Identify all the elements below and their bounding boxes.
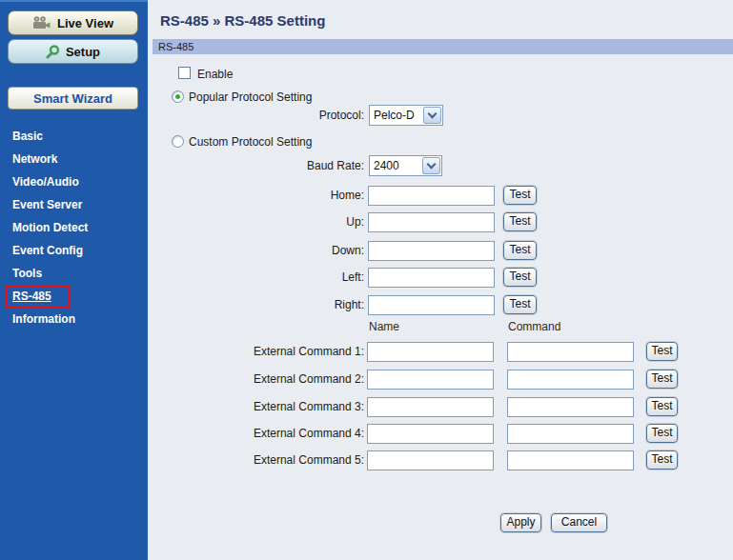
sidebar-item-basic[interactable]: Basic [0,125,148,148]
sidebar-item-video-audio[interactable]: Video/Audio [0,170,148,193]
external-command-5-name-input[interactable] [367,450,494,470]
left-input[interactable] [368,268,495,288]
down-label: Down: [186,244,364,257]
right-test-button[interactable]: Test [503,295,537,314]
page-title: RS-485 » RS-485 Setting [160,12,325,29]
chevron-down-icon [423,107,441,124]
cancel-button[interactable]: Cancel [551,513,607,532]
external-command-1-command-input[interactable] [507,342,634,362]
sidebar-item-motion-detect[interactable]: Motion Detect [0,216,148,239]
external-command-4-command-input[interactable] [507,424,634,444]
sidebar-menu: Basic Network Video/Audio Event Server M… [0,125,148,330]
sidebar-item-label: Network [12,152,57,166]
custom-protocol-radio[interactable] [172,135,184,148]
enable-checkbox[interactable] [178,67,191,79]
right-label: Right: [186,298,364,311]
protocol-select[interactable]: Pelco-D [369,105,443,126]
protocol-select-value: Pelco-D [370,106,422,125]
left-test-button[interactable]: Test [503,268,537,287]
sidebar-item-tools[interactable]: Tools [0,262,148,285]
baud-rate-label: Baud Rate: [186,159,364,172]
radio-dot [175,94,180,99]
rs485-settings-page: { "colors": { "sidebar_blue": "#1e5aa9",… [0,0,733,560]
live-view-label: Live View [57,16,113,30]
baud-rate-select[interactable]: 2400 [369,155,442,176]
command-column-header: Command [508,320,560,333]
external-command-4-label: External Command 4: [186,427,364,440]
baud-rate-select-value: 2400 [370,156,421,175]
external-command-5-command-input[interactable] [507,450,634,470]
sidebar-item-information[interactable]: Information [0,308,148,330]
live-view-button[interactable]: Live View [8,10,138,35]
sidebar-item-label: RS-485 [12,290,51,303]
sidebar-item-label: Information [12,312,75,326]
main-content: RS-485 » RS-485 Setting RS-485 Enable Po… [148,0,733,560]
sidebar-item-label: Video/Audio [12,175,79,189]
protocol-label: Protocol: [186,109,364,122]
apply-button[interactable]: Apply [500,513,541,532]
down-input[interactable] [368,241,495,261]
external-command-1-name-input[interactable] [367,342,494,362]
sidebar-item-event-server[interactable]: Event Server [0,193,148,216]
external-command-1-test-button[interactable]: Test [646,342,678,361]
camera-icon [32,16,51,30]
sidebar-item-network[interactable]: Network [0,148,148,170]
chevron-down-icon [422,157,440,174]
external-command-4-name-input[interactable] [367,424,494,444]
popular-protocol-radio[interactable] [172,90,184,103]
sidebar-item-event-config[interactable]: Event Config [0,239,148,262]
external-command-1-label: External Command 1: [186,345,364,358]
name-column-header: Name [369,320,399,333]
sidebar-item-label: Basic [12,130,43,143]
up-label: Up: [186,215,364,229]
left-label: Left: [186,270,364,284]
external-command-4-test-button[interactable]: Test [646,424,678,443]
up-input[interactable] [368,212,495,232]
home-input[interactable] [368,186,495,206]
sidebar-item-label: Event Config [12,244,83,257]
sidebar-item-label: Motion Detect [12,221,88,234]
external-command-2-name-input[interactable] [367,370,494,390]
external-command-3-command-input[interactable] [507,397,634,417]
external-command-2-command-input[interactable] [507,370,634,390]
home-test-button[interactable]: Test [503,186,537,205]
custom-protocol-label: Custom Protocol Setting [189,135,312,149]
sidebar-item-label: Event Server [12,198,82,211]
enable-label: Enable [197,68,233,81]
home-label: Home: [186,189,364,202]
setup-label: Setup [66,45,100,59]
setup-button[interactable]: Setup [8,39,138,64]
sidebar-item-rs485[interactable]: RS-485 [0,285,148,308]
section-header-bar: RS-485 [153,39,733,54]
popular-protocol-label: Popular Protocol Setting [189,90,312,104]
sidebar: Live View Setup Smart Wizard Basic Netwo… [0,0,148,560]
active-highlight-box: RS-485 [5,286,70,309]
external-command-2-label: External Command 2: [186,372,364,386]
up-test-button[interactable]: Test [503,212,537,231]
external-command-3-test-button[interactable]: Test [646,397,678,416]
right-input[interactable] [368,295,495,315]
down-test-button[interactable]: Test [503,241,537,260]
setup-icon [46,45,60,59]
smart-wizard-button[interactable]: Smart Wizard [8,87,138,110]
external-command-3-label: External Command 3: [186,400,364,413]
external-command-2-test-button[interactable]: Test [646,370,678,389]
smart-wizard-label: Smart Wizard [33,91,112,106]
external-command-3-name-input[interactable] [367,397,494,417]
external-command-5-label: External Command 5: [186,453,364,467]
external-command-5-test-button[interactable]: Test [646,450,678,470]
sidebar-item-label: Tools [12,267,42,280]
